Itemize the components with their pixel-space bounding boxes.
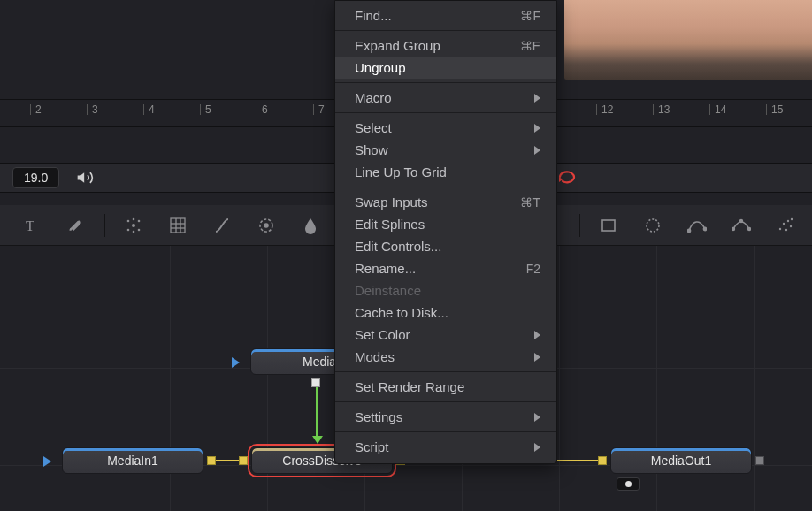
svg-text:T: T: [26, 218, 34, 233]
menu-label: Edit Splines: [355, 217, 425, 232]
menu-item-ungroup[interactable]: Ungroup: [335, 57, 556, 79]
menu-item-script[interactable]: Script: [335, 436, 556, 458]
svg-point-7: [133, 217, 135, 220]
node-viewer-toggle[interactable]: [617, 477, 640, 491]
menu-item-rename[interactable]: Rename...F2: [335, 257, 556, 279]
menu-item-line-up[interactable]: Line Up To Grid: [335, 161, 556, 183]
loop-icon[interactable]: [556, 168, 578, 188]
svg-point-26: [790, 225, 792, 226]
menu-separator: [335, 30, 556, 31]
menu-item-swap-inputs[interactable]: Swap Inputs⌘T: [335, 191, 556, 213]
menu-shortcut: F2: [526, 262, 540, 276]
menu-label: Deinstance: [355, 283, 421, 298]
menu-shortcut: ⌘E: [520, 39, 540, 53]
menu-separator: [335, 401, 556, 402]
sound-icon[interactable]: [75, 169, 95, 187]
menu-item-edit-splines[interactable]: Edit Splines: [335, 213, 556, 235]
ellipse-tool-icon[interactable]: [642, 215, 663, 236]
ruler-tick: 7: [318, 103, 325, 116]
node-label: MediaOut1: [651, 454, 711, 468]
color-wheel-icon[interactable]: [256, 215, 277, 236]
menu-separator: [335, 371, 556, 372]
svg-point-23: [779, 227, 781, 229]
node-output-port[interactable]: [207, 456, 216, 465]
svg-point-22: [748, 227, 751, 230]
svg-point-6: [138, 228, 141, 231]
menu-label: Script: [355, 439, 388, 454]
svg-point-4: [138, 219, 141, 222]
menu-label: Line Up To Grid: [355, 164, 447, 179]
svg-point-24: [783, 222, 785, 224]
menu-label: Show: [355, 142, 388, 157]
node-input-top-port[interactable]: [312, 436, 323, 444]
polygon-tool-icon[interactable]: [686, 215, 708, 236]
menu-label: Ungroup: [355, 60, 406, 75]
ruler-tick: 6: [262, 103, 268, 116]
menu-item-settings[interactable]: Settings: [335, 406, 556, 428]
particles-icon[interactable]: [123, 215, 144, 236]
menu-shortcut: ⌘F: [520, 9, 540, 23]
menu-label: Set Color: [355, 327, 410, 342]
ruler-tick: 15: [771, 103, 783, 116]
menu-separator: [335, 82, 556, 83]
bspline-tool-icon[interactable]: [731, 215, 752, 236]
node-media-out-1[interactable]: MediaOut1: [610, 447, 752, 474]
ruler-tick: 12: [601, 103, 613, 116]
svg-point-20: [732, 227, 735, 230]
menu-separator: [335, 112, 556, 113]
ruler-tick: 13: [658, 103, 670, 116]
menu-label: Set Render Range: [355, 379, 464, 394]
menu-separator: [335, 431, 556, 432]
node-input-port[interactable]: [43, 456, 51, 467]
menu-separator: [335, 187, 556, 187]
curve-icon[interactable]: [211, 215, 233, 236]
menu-label: Modes: [355, 349, 395, 364]
menu-item-deinstance: Deinstance: [335, 279, 556, 301]
text-tool-icon[interactable]: T: [21, 215, 42, 236]
toolbar-separator: [579, 214, 580, 237]
svg-point-25: [787, 219, 789, 221]
ruler-tick: 5: [205, 103, 211, 116]
rectangle-tool-icon[interactable]: [598, 215, 619, 236]
ruler-tick: 3: [92, 103, 98, 116]
node-output-port[interactable]: [755, 456, 764, 465]
brush-tool-icon[interactable]: [65, 215, 87, 236]
menu-label: Select: [355, 120, 392, 135]
scatter-icon[interactable]: [775, 215, 796, 236]
node-output-port[interactable]: [311, 378, 320, 387]
svg-rect-9: [171, 218, 185, 233]
svg-point-15: [264, 224, 268, 227]
menu-item-modes[interactable]: Modes: [335, 346, 556, 368]
svg-point-5: [127, 228, 130, 231]
menu-item-show[interactable]: Show: [335, 139, 556, 161]
svg-point-19: [703, 227, 706, 230]
blur-drop-icon[interactable]: [300, 215, 321, 236]
svg-point-27: [785, 228, 787, 230]
menu-item-find[interactable]: Find...⌘F: [335, 4, 556, 27]
menu-label: Expand Group: [355, 38, 440, 53]
menu-item-cache-to-disk[interactable]: Cache to Disk...: [335, 301, 556, 324]
menu-item-set-render-range[interactable]: Set Render Range: [335, 376, 556, 398]
menu-item-set-color[interactable]: Set Color: [335, 324, 556, 346]
menu-shortcut: ⌘T: [520, 195, 540, 210]
node-input-port[interactable]: [239, 456, 248, 465]
node-input-port[interactable]: [232, 357, 240, 368]
menu-item-macro[interactable]: Macro: [335, 87, 556, 109]
menu-label: Settings: [355, 409, 402, 424]
svg-point-18: [687, 229, 690, 232]
node-media-in-1[interactable]: MediaIn1: [62, 447, 203, 474]
menu-label: Cache to Disk...: [355, 305, 448, 320]
grid-icon[interactable]: [167, 215, 188, 236]
timecode-field[interactable]: 19.0: [12, 167, 59, 188]
wire: [216, 460, 239, 461]
svg-marker-0: [78, 172, 85, 183]
svg-point-21: [740, 219, 743, 222]
menu-item-expand-group[interactable]: Expand Group⌘E: [335, 34, 556, 57]
menu-label: Swap Inputs: [355, 194, 428, 210]
svg-point-2: [132, 224, 135, 227]
ruler-tick: 14: [715, 103, 726, 116]
menu-item-edit-controls[interactable]: Edit Controls...: [335, 235, 556, 257]
ruler-tick: 4: [149, 103, 155, 116]
node-input-port[interactable]: [598, 456, 607, 465]
menu-item-select[interactable]: Select: [335, 117, 556, 139]
